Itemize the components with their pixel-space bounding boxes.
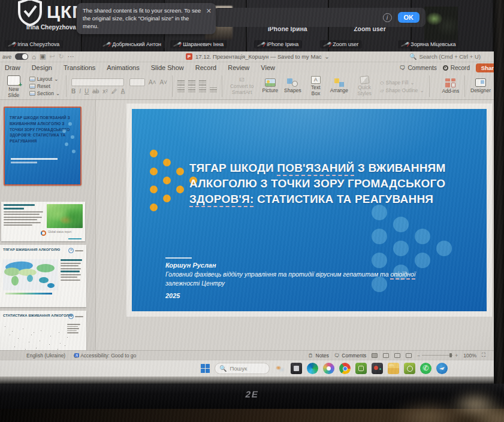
highlight-button[interactable]: 🖉 [111, 88, 117, 95]
language-status[interactable]: English (Ukraine) [26, 353, 65, 359]
telegram-icon[interactable] [436, 363, 448, 374]
shape-fill-button[interactable]: ◇ Shape Fill ⌄ [380, 80, 424, 86]
notes-button[interactable]: 🗒Notes [308, 353, 329, 359]
layout-button[interactable]: Layout ⌄ [29, 76, 60, 82]
author-block[interactable]: Коршун Руслан Головний фахівець відділу … [165, 257, 423, 299]
arrange-button[interactable]: Arrange [327, 73, 351, 99]
save-icon[interactable]: ▣ [40, 53, 46, 60]
photos-icon[interactable] [323, 363, 334, 374]
superscript-button[interactable]: x² [102, 88, 107, 95]
shapes-button[interactable]: Shapes [281, 73, 304, 99]
edge-icon[interactable] [307, 363, 318, 374]
autosave-toggle[interactable] [15, 53, 28, 60]
app-icon-green[interactable] [355, 363, 367, 374]
app-icon-green-2[interactable] [404, 363, 415, 374]
tab-slideshow[interactable]: Slide Show [151, 64, 184, 71]
thumbnail-slide-2[interactable]: Global status report [1, 202, 85, 241]
home-icon[interactable]: ⌂ [32, 53, 36, 60]
quick-styles-button[interactable]: Quick Styles [351, 73, 378, 99]
decor-orange-dot [176, 186, 184, 193]
italic-button[interactable]: I [79, 88, 81, 95]
search-group[interactable]: 🔍 Search (Cmd + Ctrl + U) [409, 53, 481, 60]
thumbnail-slide-1-selected[interactable]: ТЯГАР ШКОДИ ПОВ'ЯЗАНИЙ З ВЖИВАННЯМ АЛКОГ… [4, 107, 82, 186]
align-left-button[interactable] [177, 87, 185, 93]
align-center-button[interactable] [188, 87, 195, 93]
tab-review[interactable]: Review [228, 64, 249, 71]
thumbnail-slide-3[interactable]: ТЯГАР ВЖИВАННЯ АЛКОГОЛЮ [0, 245, 86, 307]
info-icon[interactable]: i [383, 13, 392, 22]
font-color-button[interactable]: A̲ [121, 88, 125, 95]
decor-orange-dot [163, 177, 171, 184]
tab-draw[interactable]: Draw [5, 64, 20, 71]
tab-record[interactable]: Record [195, 64, 216, 71]
record-button[interactable]: Record [443, 65, 470, 71]
decor-blue-dot [415, 229, 430, 244]
comments-status-button[interactable]: 🗨Comments [334, 353, 367, 359]
close-icon[interactable]: ✕ [206, 7, 212, 16]
slide-sorter-icon[interactable] [383, 353, 389, 358]
section-button[interactable]: Section ⌄ [29, 90, 60, 96]
designer-button[interactable]: Designer [467, 73, 494, 99]
grow-font-button[interactable]: A˄ [149, 79, 156, 86]
chevron-down-icon[interactable]: ⌄ [324, 53, 329, 60]
text-line-placeholder [67, 324, 80, 325]
windows-start-button[interactable] [201, 364, 210, 373]
addins-button[interactable]: Add-ins [439, 73, 462, 99]
zoom-in-icon[interactable]: + [455, 353, 458, 359]
new-slide-button[interactable]: New Slide [0, 73, 26, 99]
whatsapp-icon[interactable] [420, 363, 431, 374]
taskbar-search[interactable]: 🔍 Пошук [215, 363, 270, 374]
current-slide[interactable]: ТЯГАР ШКОДИ ПОВ'ЯЗАНИЙ З ВЖИВАННЯМ АЛКОГ… [132, 109, 487, 311]
font-name-select[interactable] [71, 78, 124, 86]
desk-objects-blur [366, 388, 504, 422]
tab-transitions[interactable]: Transitions [64, 64, 95, 71]
shape-outline-button[interactable]: ▱ Shape Outline ⌄ [380, 87, 424, 93]
underline-button[interactable]: U [84, 88, 89, 95]
tab-view[interactable]: View [261, 64, 275, 71]
share-button[interactable]: Share [476, 63, 494, 72]
reset-button[interactable]: Reset [29, 83, 60, 89]
title-text: ТЯГАР ШКОДИ [189, 162, 277, 174]
chrome-icon[interactable] [339, 363, 351, 374]
zoom-slider[interactable]: − + [417, 353, 458, 359]
align-right-button[interactable] [199, 87, 206, 93]
shrink-font-button[interactable]: A˅ [159, 79, 167, 86]
convert-smartart-button[interactable]: 🗠 Convert to SmartArt [225, 73, 259, 99]
indent-button[interactable] [199, 80, 206, 86]
decor-dot [62, 129, 66, 133]
text-box-button[interactable]: A Text Box [304, 73, 327, 99]
undo-icon[interactable]: ↩ [49, 53, 55, 60]
zoom-level[interactable]: 100% [463, 353, 476, 359]
task-view-icon[interactable] [291, 363, 302, 374]
numbering-button[interactable] [188, 80, 195, 86]
tab-animations[interactable]: Animations [107, 64, 139, 71]
screen: iPhone Ірина Zoom user ЦКПХ Irina Chepyz… [0, 0, 494, 384]
camera-app-icon[interactable] [372, 363, 383, 374]
comments-button[interactable]: 🗨Comments [399, 65, 436, 71]
zoom-out-icon[interactable]: − [417, 353, 420, 359]
normal-view-icon[interactable] [372, 353, 378, 358]
monitor-bezel-right [494, 0, 504, 409]
zoom-track[interactable] [422, 355, 453, 356]
document-title[interactable]: 17.12. Презентація_Коршун — Saved to my … [195, 53, 321, 60]
redo-icon[interactable]: ↻ [59, 53, 64, 60]
slideshow-icon[interactable] [406, 353, 412, 358]
tab-design[interactable]: Design [32, 64, 52, 71]
file-explorer-icon[interactable] [388, 363, 399, 374]
thumbnail-slide-4[interactable]: СТАТИСТИКА ВЖИВАННЯ АЛКОГОЛЮ [0, 311, 86, 350]
cat-video-frame [424, 7, 458, 41]
strikethrough-button[interactable]: ab [92, 88, 99, 95]
slide-title[interactable]: ТЯГАР ШКОДИ ПОВ'ЯЗАНИЙ З ВЖИВАННЯМ АЛКОГ… [189, 160, 484, 208]
zoom-thumb[interactable] [449, 353, 452, 357]
reading-view-icon[interactable] [394, 353, 400, 358]
picture-button[interactable]: Picture [259, 73, 281, 99]
font-size-select[interactable] [129, 78, 145, 86]
justify-button[interactable] [210, 87, 217, 93]
accessibility-status[interactable]: ♿ Accessibility: Good to go [74, 353, 136, 359]
bullets-button[interactable] [177, 80, 185, 86]
widgets-icon[interactable] [274, 363, 286, 374]
ok-button[interactable]: OK [398, 12, 420, 23]
more-icon[interactable]: ⋯ [68, 53, 74, 60]
fit-window-icon[interactable]: ⛶ [482, 352, 485, 359]
bold-button[interactable]: B [71, 88, 76, 95]
